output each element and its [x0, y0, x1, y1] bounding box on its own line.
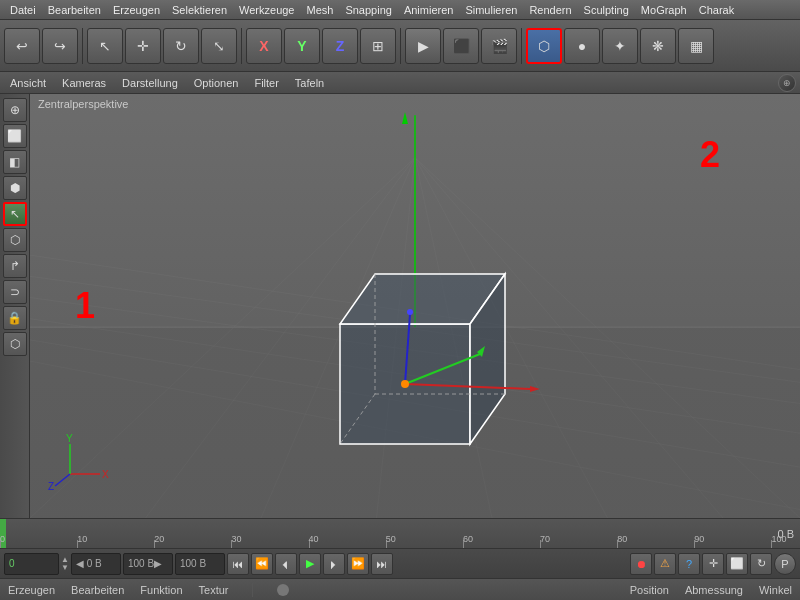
viewport-canvas: X Y Z [30, 94, 800, 518]
transport-right-btn-5[interactable]: ↻ [750, 553, 772, 575]
toolbar2-item-kameras[interactable]: Kameras [56, 76, 112, 90]
frame-down-arrow[interactable]: ▼ [61, 564, 69, 572]
timeline-tick-40: 40 [309, 534, 319, 544]
statusbar-left-item-funktion[interactable]: Funktion [140, 584, 182, 596]
transport-play-btn-0[interactable]: ⏮ [227, 553, 249, 575]
transport-frame-field[interactable]: 0 [4, 553, 59, 575]
transport-right-btn-4[interactable]: ⬜ [726, 553, 748, 575]
toolbar-btn-redo[interactable]: ↪ [42, 28, 78, 64]
toolbar-btn-axis-x[interactable]: X [246, 28, 282, 64]
statusbar-left: ErzeugenBearbeitenFunktionTextur [8, 584, 228, 596]
menubar-item-snapping[interactable]: Snapping [339, 0, 398, 19]
statusbar-left-item-erzeugen[interactable]: Erzeugen [8, 584, 55, 596]
transport-right-btn-2[interactable]: ? [678, 553, 700, 575]
menubar-item-werkzeuge[interactable]: Werkzeuge [233, 0, 300, 19]
menubar-item-rendern[interactable]: Rendern [523, 0, 577, 19]
sidebar-btn-mesh[interactable]: ⬡ [3, 332, 27, 356]
menubar-item-datei[interactable]: Datei [4, 0, 42, 19]
svg-text:Y: Y [66, 433, 73, 444]
menubar-item-erzeugen[interactable]: Erzeugen [107, 0, 166, 19]
toolbar-btn-undo[interactable]: ↩ [4, 28, 40, 64]
toolbar2-item-ansicht[interactable]: Ansicht [4, 76, 52, 90]
left-sidebar: ⊕⬜◧⬢↖⬡↱⊃🔒⬡ [0, 94, 30, 518]
transport-play-btn-3[interactable]: ▶ [299, 553, 321, 575]
toolbar2: AnsichtKamerasDarstellungOptionenFilterT… [0, 72, 800, 94]
menubar-item-selektieren[interactable]: Selektieren [166, 0, 233, 19]
toolbar-btn-cursor[interactable]: ↖ [87, 28, 123, 64]
timeline-tick-30: 30 [231, 534, 241, 544]
timeline-tick-70: 70 [540, 534, 550, 544]
sidebar-btn-hex[interactable]: ⬢ [3, 176, 27, 200]
timeline-tick-50: 50 [386, 534, 396, 544]
sidebar-btn-quad[interactable]: ⬜ [3, 124, 27, 148]
statusbar: ErzeugenBearbeitenFunktionTexturPosition… [0, 578, 800, 600]
toolbar-btn-flower[interactable]: ❋ [640, 28, 676, 64]
menubar-item-simulieren[interactable]: Simulieren [459, 0, 523, 19]
menubar-item-bearbeiten[interactable]: Bearbeiten [42, 0, 107, 19]
toolbar-btn-render-preview[interactable]: ▶ [405, 28, 441, 64]
sidebar-btn-poly[interactable]: ⬡ [3, 228, 27, 252]
viewport[interactable]: Zentralperspektive [30, 94, 800, 518]
svg-text:X: X [102, 469, 109, 480]
transport-play-btn-6[interactable]: ⏭ [371, 553, 393, 575]
toolbar-btn-axis-z[interactable]: Z [322, 28, 358, 64]
transport-play-btn-4[interactable]: ⏵ [323, 553, 345, 575]
toolbar-btn-parent[interactable]: ⊞ [360, 28, 396, 64]
toolbar-separator [82, 28, 83, 64]
annotation-1: 1 [75, 285, 95, 327]
transport-right-btn-3[interactable]: ✛ [702, 553, 724, 575]
toolbar2-globe-icon[interactable]: ⊕ [778, 74, 796, 92]
statusbar-left-item-bearbeiten[interactable]: Bearbeiten [71, 584, 124, 596]
sidebar-btn-bend[interactable]: ↱ [3, 254, 27, 278]
toolbar2-item-optionen[interactable]: Optionen [188, 76, 245, 90]
toolbar2-right: ⊕ [778, 74, 796, 92]
menubar-item-mograph[interactable]: MoGraph [635, 0, 693, 19]
toolbar-btn-render2[interactable]: ⬛ [443, 28, 479, 64]
toolbar-btn-cube[interactable]: ⬡ [526, 28, 562, 64]
timeline-tick-80: 80 [617, 534, 627, 544]
toolbar-btn-render3[interactable]: 🎬 [481, 28, 517, 64]
menubar: DateiBearbeitenErzeugenSelektierenWerkze… [0, 0, 800, 20]
timeline-tick-60: 60 [463, 534, 473, 544]
timeline-tick-20: 20 [154, 534, 164, 544]
toolbar: ↩↪↖✛↻⤡XYZ⊞▶⬛🎬⬡●✦❋▦ [0, 20, 800, 72]
main-area: ⊕⬜◧⬢↖⬡↱⊃🔒⬡ Zentralperspektive [0, 94, 800, 518]
toolbar-btn-axis-y[interactable]: Y [284, 28, 320, 64]
transport-field-2[interactable]: 100 B [175, 553, 225, 575]
viewport-label: Zentralperspektive [38, 98, 129, 110]
menubar-item-charak[interactable]: Charak [693, 0, 740, 19]
toolbar-separator [241, 28, 242, 64]
transport-field-0[interactable]: ◀ 0 B [71, 553, 121, 575]
timeline-tick-90: 90 [694, 534, 704, 544]
transport-play-btn-2[interactable]: ⏴ [275, 553, 297, 575]
toolbar2-item-darstellung[interactable]: Darstellung [116, 76, 184, 90]
toolbar-separator [521, 28, 522, 64]
menubar-item-sculpting[interactable]: Sculpting [578, 0, 635, 19]
toolbar-btn-sphere[interactable]: ● [564, 28, 600, 64]
toolbar-btn-grid[interactable]: ▦ [678, 28, 714, 64]
sidebar-btn-half[interactable]: ◧ [3, 150, 27, 174]
timeline-ruler: 0102030405060708090100 [0, 519, 771, 548]
sidebar-btn-magnet[interactable]: ⊃ [3, 280, 27, 304]
timeline-tick-10: 10 [77, 534, 87, 544]
toolbar-btn-scale[interactable]: ⤡ [201, 28, 237, 64]
toolbar2-item-filter[interactable]: Filter [248, 76, 284, 90]
transport-play-btn-5[interactable]: ⏩ [347, 553, 369, 575]
statusbar-left-item-textur[interactable]: Textur [199, 584, 229, 596]
toolbar2-item-tafeln[interactable]: Tafeln [289, 76, 330, 90]
transport-right-btn-1[interactable]: ⚠ [654, 553, 676, 575]
timeline[interactable]: 0102030405060708090100 0 B [0, 518, 800, 548]
sidebar-btn-add[interactable]: ⊕ [3, 98, 27, 122]
transport-right-btn-0[interactable]: ⏺ [630, 553, 652, 575]
transport-right-btn-6[interactable]: P [774, 553, 796, 575]
transport-field-1[interactable]: 100 B▶ [123, 553, 173, 575]
svg-text:Z: Z [48, 481, 54, 492]
menubar-item-mesh[interactable]: Mesh [300, 0, 339, 19]
menubar-item-animieren[interactable]: Animieren [398, 0, 460, 19]
toolbar-btn-rotate[interactable]: ↻ [163, 28, 199, 64]
toolbar-btn-light[interactable]: ✦ [602, 28, 638, 64]
sidebar-btn-select[interactable]: ↖ [3, 202, 27, 226]
sidebar-btn-lock[interactable]: 🔒 [3, 306, 27, 330]
toolbar-btn-move[interactable]: ✛ [125, 28, 161, 64]
transport-play-btn-1[interactable]: ⏪ [251, 553, 273, 575]
